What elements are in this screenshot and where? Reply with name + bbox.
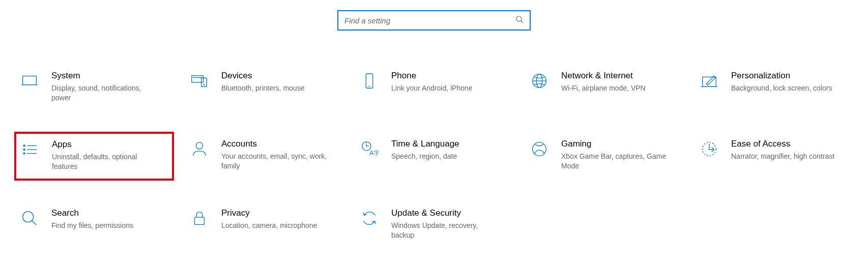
category-desc: Background, lock screen, colors [731, 83, 838, 93]
category-system[interactable]: System Display, sound, notifications, po… [14, 64, 174, 111]
settings-categories-grid: System Display, sound, notifications, po… [14, 64, 854, 249]
search-box[interactable] [337, 10, 531, 31]
category-title: Personalization [731, 70, 849, 81]
svg-rect-13 [703, 77, 716, 86]
apps-icon [19, 139, 41, 159]
category-update-security[interactable]: Update & Security Windows Update, recove… [354, 201, 514, 249]
svg-line-1 [521, 21, 523, 23]
svg-line-31 [32, 221, 37, 225]
category-gaming[interactable]: Gaming Xbox Game Bar, captures, Game Mod… [524, 132, 684, 181]
category-title: Privacy [221, 208, 339, 219]
category-title: System [51, 70, 169, 81]
category-personalization[interactable]: Personalization Background, lock screen,… [694, 64, 854, 111]
category-privacy[interactable]: Privacy Location, camera, microphone [184, 201, 344, 249]
svg-point-30 [23, 211, 34, 222]
devices-icon [189, 70, 210, 91]
category-desc: Windows Update, recovery, backup [391, 221, 498, 240]
category-phone[interactable]: Phone Link your Android, iPhone [354, 64, 514, 111]
category-desc: Xbox Game Bar, captures, Game Mode [561, 152, 668, 171]
svg-rect-17 [23, 153, 25, 155]
category-network-internet[interactable]: Network & Internet Wi-Fi, airplane mode,… [524, 64, 684, 111]
category-desc: Speech, region, date [391, 152, 498, 161]
category-desc: Location, camera, microphone [221, 221, 328, 230]
svg-point-9 [369, 85, 370, 86]
category-devices[interactable]: Devices Bluetooth, printers, mouse [184, 64, 344, 111]
category-title: Apps [52, 139, 169, 150]
category-time-language[interactable]: A字 Time & Language Speech, region, date [354, 132, 514, 181]
category-apps[interactable]: Apps Uninstall, defaults, optional featu… [14, 132, 174, 181]
svg-rect-32 [195, 217, 205, 224]
category-title: Devices [221, 70, 339, 81]
category-desc: Wi-Fi, airplane mode, VPN [561, 83, 668, 93]
category-desc: Link your Android, iPhone [391, 83, 498, 93]
svg-point-21 [196, 142, 202, 149]
svg-rect-16 [23, 149, 25, 151]
category-accounts[interactable]: Accounts Your accounts, email, sync, wor… [184, 132, 344, 181]
search-icon [515, 15, 524, 25]
svg-point-26 [533, 142, 546, 156]
category-title: Time & Language [391, 138, 509, 150]
svg-rect-15 [23, 144, 25, 147]
svg-text:A字: A字 [369, 150, 379, 157]
ease-of-access-icon [699, 138, 720, 159]
search-input[interactable] [344, 16, 515, 25]
search-container [337, 10, 531, 31]
category-title: Accounts [221, 138, 339, 150]
time-language-icon: A字 [359, 138, 380, 159]
category-title: Network & Internet [561, 70, 679, 81]
globe-icon [529, 70, 550, 91]
category-title: Ease of Access [731, 138, 849, 150]
system-icon [19, 70, 40, 91]
category-title: Search [51, 208, 169, 219]
category-ease-of-access[interactable]: Ease of Access Narrator, magnifier, high… [694, 132, 854, 181]
category-title: Phone [391, 70, 509, 81]
personalization-icon [699, 70, 720, 91]
xbox-icon [529, 138, 550, 159]
phone-icon [359, 70, 380, 91]
svg-point-0 [516, 16, 522, 21]
category-title: Update & Security [391, 208, 509, 219]
category-desc: Narrator, magnifier, high contrast [731, 152, 838, 161]
category-desc: Your accounts, email, sync, work, family [221, 152, 328, 171]
sync-icon [359, 208, 380, 228]
category-desc: Bluetooth, printers, mouse [221, 83, 328, 93]
category-desc: Uninstall, defaults, optional features [52, 152, 159, 171]
lock-icon [189, 208, 210, 228]
category-search[interactable]: Search Find my files, permissions [14, 201, 174, 249]
magnifier-icon [19, 208, 40, 228]
category-desc: Display, sound, notifications, power [51, 83, 158, 103]
svg-point-7 [204, 84, 205, 85]
svg-rect-2 [23, 76, 37, 85]
category-desc: Find my files, permissions [51, 221, 158, 230]
person-icon [189, 138, 210, 159]
category-title: Gaming [561, 138, 679, 150]
